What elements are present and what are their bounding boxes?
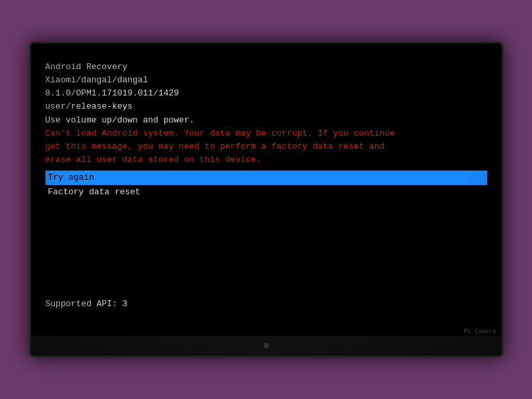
menu-container: Try again Factory data reset (45, 171, 487, 200)
line-instructions: Use volume up/down and power. (45, 114, 487, 127)
camera-watermark: Mi Camera (464, 328, 496, 334)
error-line-1: Can't load Android system. Your data may… (45, 127, 487, 140)
supported-api: Supported API: 3 (45, 298, 128, 311)
line-android-recovery: Android Recovery (45, 61, 487, 74)
android-recovery-screen: Android Recovery Xiaomi/dangal/dangal 8.… (36, 49, 496, 336)
line-version: 8.1.0/OPM1.171019.011/1429 (45, 87, 487, 100)
photo-frame: Android Recovery Xiaomi/dangal/dangal 8.… (29, 41, 504, 358)
error-line-3: erase all user data stored on this devic… (45, 153, 487, 167)
line-device-path: Xiaomi/dangal/dangal (45, 74, 487, 87)
line-keys: user/release-keys (45, 100, 487, 113)
error-line-2: get this message, you may need to perfor… (45, 140, 487, 153)
bezel-bottom (31, 336, 502, 356)
bezel-dot (264, 343, 269, 348)
menu-item-factory-reset[interactable]: Factory data reset (45, 185, 487, 200)
menu-item-try-again[interactable]: Try again (45, 171, 487, 185)
